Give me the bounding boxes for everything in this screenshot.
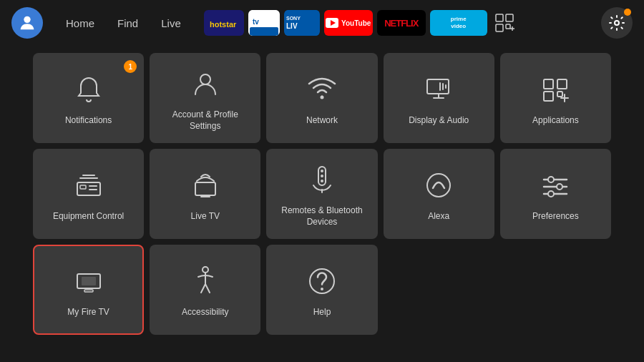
nav-find[interactable]: Find <box>109 13 147 34</box>
svg-rect-11 <box>496 14 503 21</box>
svg-point-40 <box>548 177 554 182</box>
svg-point-17 <box>615 21 619 25</box>
grid-item-remotes-bluetooth[interactable]: Remotes & Bluetooth Devices <box>266 149 377 239</box>
youtube-icon[interactable]: YouTube <box>324 10 373 36</box>
grid-item-help[interactable]: Help <box>266 245 377 335</box>
svg-point-35 <box>321 180 323 182</box>
my-fire-tv-label: My Fire TV <box>67 307 109 318</box>
nav-home[interactable]: Home <box>57 13 103 34</box>
grid-item-equipment-control[interactable]: Equipment Control <box>33 149 144 239</box>
nav-live[interactable]: Live <box>152 13 190 34</box>
svg-rect-44 <box>82 277 96 285</box>
svg-point-34 <box>321 175 323 177</box>
applications-icon <box>540 71 571 108</box>
svg-point-0 <box>24 16 30 23</box>
svg-point-42 <box>548 191 554 197</box>
account-icon <box>192 65 219 102</box>
account-label: Account & Profile Settings <box>157 109 253 132</box>
topbar: Home Find Live hotstar tv SONY LIV <box>0 0 644 46</box>
equipment-control-label: Equipment Control <box>53 211 124 222</box>
equipment-control-icon <box>73 167 104 204</box>
netflix-icon[interactable]: NETFLIX <box>377 10 426 36</box>
grid-item-notifications[interactable]: 1 Notifications <box>33 53 144 143</box>
svg-rect-14 <box>506 24 510 29</box>
app-icons-bar: hotstar tv SONY LIV YouTube <box>204 10 597 36</box>
notifications-label: Notifications <box>65 115 112 127</box>
svg-text:LIV: LIV <box>286 22 298 30</box>
svg-point-33 <box>321 170 323 172</box>
avatar[interactable] <box>11 7 43 39</box>
svg-rect-5 <box>250 27 278 36</box>
grid-icon[interactable] <box>492 10 517 36</box>
svg-rect-24 <box>557 92 562 97</box>
grid-item-preferences[interactable]: Preferences <box>500 149 611 239</box>
settings-button[interactable] <box>601 7 633 39</box>
svg-text:tv: tv <box>253 18 259 26</box>
sonyliv-icon[interactable]: tv <box>248 10 280 36</box>
display-audio-label: Display & Audio <box>409 115 469 127</box>
grid-item-applications[interactable]: Applications <box>500 53 611 143</box>
help-icon <box>306 263 338 300</box>
live-tv-label: Live TV <box>191 211 220 222</box>
svg-point-19 <box>320 96 323 99</box>
grid-item-account[interactable]: Account & Profile Settings <box>150 53 260 143</box>
svg-rect-12 <box>506 14 513 21</box>
svg-rect-13 <box>496 24 503 31</box>
svg-rect-45 <box>84 290 93 292</box>
svg-point-49 <box>321 288 323 290</box>
grid-item-display-audio[interactable]: Display & Audio <box>384 53 494 143</box>
remotes-bluetooth-label: Remotes & Bluetooth Devices <box>273 205 370 228</box>
grid-item-live-tv[interactable]: Live TV <box>150 149 260 239</box>
settings-notification-dot <box>624 9 631 16</box>
svg-rect-30 <box>89 189 97 190</box>
svg-rect-31 <box>195 182 215 195</box>
alexa-icon <box>423 167 454 204</box>
grid-item-alexa[interactable]: Alexa <box>384 149 494 239</box>
alexa-label: Alexa <box>428 211 449 222</box>
help-label: Help <box>313 307 331 318</box>
svg-point-46 <box>203 267 208 273</box>
hotstar-icon[interactable]: hotstar <box>204 10 244 36</box>
notifications-icon <box>75 71 102 108</box>
nav-links: Home Find Live <box>57 13 190 34</box>
grid-item-accessibility[interactable]: Accessibility <box>150 245 260 335</box>
main-content: 1 Notifications Account & Profile Settin… <box>0 46 644 342</box>
svg-rect-22 <box>557 79 567 89</box>
applications-label: Applications <box>532 115 579 127</box>
svg-point-36 <box>427 174 450 197</box>
svg-text:hotstar: hotstar <box>210 20 237 29</box>
network-label: Network <box>306 115 338 127</box>
svg-rect-21 <box>544 79 553 89</box>
svg-text:SONY: SONY <box>286 16 301 21</box>
settings-grid: 1 Notifications Account & Profile Settin… <box>33 53 611 335</box>
accessibility-icon <box>191 263 220 300</box>
preferences-label: Preferences <box>532 211 579 222</box>
grid-item-network[interactable]: Network <box>266 53 377 143</box>
remotes-bluetooth-icon <box>306 161 338 198</box>
accessibility-label: Accessibility <box>182 307 228 318</box>
prime-video-icon[interactable]: primevideo <box>430 10 487 36</box>
grid-item-my-fire-tv[interactable]: My Fire TV <box>33 245 144 335</box>
my-fire-tv-icon <box>73 263 104 300</box>
notifications-badge: 1 <box>124 60 137 73</box>
svg-rect-28 <box>80 185 86 189</box>
network-icon <box>306 71 338 108</box>
sonyliv-blue-icon[interactable]: SONY LIV <box>284 10 320 36</box>
svg-point-41 <box>557 184 562 190</box>
svg-rect-23 <box>544 92 553 101</box>
display-audio-icon <box>423 71 454 108</box>
svg-point-18 <box>200 74 210 84</box>
preferences-icon <box>540 167 571 204</box>
svg-rect-29 <box>89 185 97 187</box>
live-tv-icon <box>190 167 221 204</box>
